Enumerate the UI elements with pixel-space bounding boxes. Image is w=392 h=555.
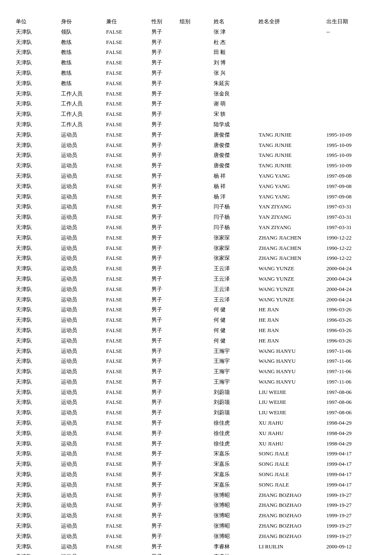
table-cell: 2000-04-24 [323,274,380,284]
table-cell: 刘蔚颉 [210,387,256,398]
table-cell [176,47,210,58]
table-cell [176,315,210,325]
table-cell: 男子 [148,109,176,120]
table-cell: 天津队 [12,37,58,48]
table-cell: 运动员 [58,171,103,181]
table-cell [176,459,210,469]
table-row: 天津队教练FALSE男子刘 博 [12,58,380,68]
table-cell: FALSE [103,78,148,89]
table-cell: 天津队 [12,377,58,387]
table-cell: LI RUILIN [255,552,323,555]
table-cell: FALSE [103,68,148,78]
header-role: 身份 [58,17,103,27]
table-cell: 2000-04-24 [323,264,380,274]
table-cell: LIU WEIJIE [255,408,323,418]
table-cell: 男子 [148,480,176,490]
table-row: 天津队运动员FALSE男子王瀚宇WANG HANYU1997-11-06 [12,346,380,357]
table-cell: HE JIAN [255,325,323,336]
table-cell [176,469,210,480]
table-cell: 天津队 [12,521,58,531]
table-cell: 天津队 [12,480,58,490]
table-row: 天津队运动员FALSE男子宋嘉乐SONG JIALE1999-04-17 [12,449,380,459]
table-cell [323,78,380,89]
table-cell: 运动员 [58,150,103,161]
table-cell [255,120,323,130]
table-cell: 运动员 [58,233,103,243]
table-row: 天津队运动员FALSE男子唐俊傑TANG JUNJIE1995-10-09 [12,140,380,151]
table-cell: 1997-09-08 [323,181,380,192]
table-cell: 天津队 [12,542,58,552]
table-cell: FALSE [103,490,148,501]
table-cell: 1999-04-17 [323,480,380,490]
table-cell: 1995-10-09 [323,150,380,161]
table-cell: 运动员 [58,181,103,192]
table-cell: 男子 [148,531,176,542]
table-cell: 运动员 [58,521,103,531]
table-cell: 天津队 [12,325,58,336]
table-cell: TANG JUNJIE [255,140,323,151]
table-cell: 男子 [148,171,176,181]
table-cell: 张 兴 [210,68,256,78]
table-cell: 男子 [148,130,176,140]
table-cell: 天津队 [12,428,58,439]
table-cell: 男子 [148,439,176,449]
table-cell: FALSE [103,346,148,357]
table-row: 天津队运动员FALSE男子杨 祥YANG YANG1997-09-08 [12,181,380,192]
table-cell: TANG JUNJIE [255,161,323,171]
table-cell: FALSE [103,480,148,490]
table-cell: 张博昭 [210,500,256,511]
table-row: 天津队运动员FALSE男子王瀚宇WANG HANYU1997-11-06 [12,356,380,367]
table-cell: 男子 [148,27,176,37]
table-cell [176,58,210,68]
table-cell: 2000-04-24 [323,295,380,305]
table-cell: 天津队 [12,140,58,151]
table-row: 天津队运动员FALSE男子王瀚宇WANG HANYU1997-11-06 [12,377,380,387]
table-cell [176,150,210,161]
main-container: 单位 身份 兼任 性别 组别 姓名 姓名全拼 出生日期 天津队领队FALSE男子… [12,17,380,555]
table-cell: 教练 [58,68,103,78]
table-cell: 天津队 [12,202,58,212]
table-cell: 天津队 [12,387,58,398]
table-cell: 男子 [148,222,176,233]
table-cell: 天津队 [12,68,58,78]
table-row: 天津队教练FALSE男子杜 杰 [12,37,380,48]
table-cell [176,428,210,439]
table-row: 天津队运动员FALSE男子张家琛ZHANG JIACHEN1990-12-22 [12,243,380,254]
table-cell [176,264,210,274]
table-row: 天津队运动员FALSE男子何 健HE JIAN1996-03-26 [12,315,380,325]
table-cell [176,109,210,120]
table-cell [176,542,210,552]
table-cell: 运动员 [58,387,103,398]
table-row: 天津队运动员FALSE男子宋嘉乐SONG JIALE1999-04-17 [12,480,380,490]
table-cell: 运动员 [58,428,103,439]
table-cell [176,284,210,295]
table-cell: 张家琛 [210,243,256,254]
table-cell: FALSE [103,89,148,99]
table-cell [255,89,323,99]
table-cell: 1997-03-31 [323,222,380,233]
table-cell: LI RUILIN [255,542,323,552]
table-cell: ZHANG JIACHEN [255,253,323,264]
table-row: 天津队运动员FALSE男子唐俊傑TANG JUNJIE1995-10-09 [12,130,380,140]
table-cell: 张 津 [210,27,256,37]
table-cell: 1996-03-26 [323,325,380,336]
table-cell: 陆学成 [210,120,256,130]
table-row: 天津队运动员FALSE男子王云泽WANG YUNZE2000-04-24 [12,295,380,305]
table-cell: FALSE [103,377,148,387]
table-cell [176,552,210,555]
table-cell: 王瀚宇 [210,367,256,377]
table-cell: 天津队 [12,233,58,243]
table-cell: 天津队 [12,284,58,295]
table-row: 天津队运动员FALSE男子张博昭ZHANG BOZHAO1999-19-27 [12,511,380,521]
table-cell [323,47,380,58]
table-cell: 徐佳虎 [210,418,256,428]
table-row: 天津队运动员FALSE男子徐佳虎XU JIAHU1998-04-29 [12,439,380,449]
table-cell: 天津队 [12,253,58,264]
table-cell [176,233,210,243]
table-cell: 1998-04-29 [323,439,380,449]
table-cell: FALSE [103,449,148,459]
table-cell: FALSE [103,150,148,161]
table-cell: FALSE [103,243,148,254]
table-cell: 徐佳虎 [210,439,256,449]
table-cell: WANG HANYU [255,346,323,357]
